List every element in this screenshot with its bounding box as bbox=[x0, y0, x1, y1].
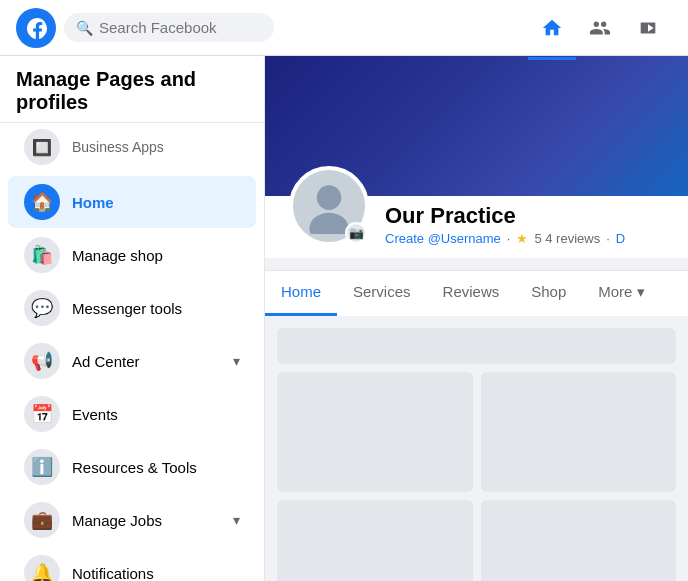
content-placeholder-2 bbox=[481, 372, 677, 492]
sidebar-menu: 🏠 Home 🛍️ Manage shop 💬 Messenger tools … bbox=[0, 171, 264, 581]
sidebar-label-messenger-tools: Messenger tools bbox=[72, 300, 240, 317]
sidebar-item-notifications[interactable]: 🔔 Notifications 1 new bbox=[8, 547, 256, 581]
sidebar-item-home[interactable]: 🏠 Home bbox=[8, 176, 256, 228]
svg-point-0 bbox=[317, 185, 342, 210]
ad-center-icon: 📢 bbox=[24, 343, 60, 379]
sidebar-item-resources-tools[interactable]: ℹ️ Resources & Tools bbox=[8, 441, 256, 493]
video-nav-icon[interactable] bbox=[624, 4, 672, 52]
svg-point-1 bbox=[309, 213, 348, 234]
page-avatar-wrap: 📷 bbox=[289, 166, 369, 246]
business-apps-icon: 🔲 bbox=[24, 129, 60, 165]
people-nav-icon[interactable] bbox=[576, 4, 624, 52]
business-apps-label: Business Apps bbox=[72, 139, 164, 155]
manage-jobs-icon: 💼 bbox=[24, 502, 60, 538]
page-meta: Our Practice Create @Username · ★ 5 4 re… bbox=[385, 203, 672, 246]
create-username-link[interactable]: Create @Username bbox=[385, 231, 501, 246]
sidebar-label-manage-jobs: Manage Jobs bbox=[72, 512, 221, 529]
tab-more[interactable]: More ▾ bbox=[582, 271, 660, 316]
content-placeholder-4 bbox=[481, 500, 677, 581]
ad-center-chevron-icon: ▾ bbox=[233, 353, 240, 369]
review-count: 5 4 reviews bbox=[534, 231, 600, 246]
star-icon: ★ bbox=[516, 231, 528, 246]
tab-home[interactable]: Home bbox=[265, 271, 337, 316]
page-info-section: 📷 Our Practice Create @Username · ★ 5 4 … bbox=[265, 196, 688, 258]
sidebar-label-notifications: Notifications bbox=[72, 565, 240, 582]
page-tabs: Home Services Reviews Shop More ▾ bbox=[265, 270, 688, 316]
nav-icons bbox=[528, 4, 672, 52]
content-placeholder-1 bbox=[277, 372, 473, 492]
home-nav-icon[interactable] bbox=[528, 4, 576, 52]
tab-shop[interactable]: Shop bbox=[515, 271, 582, 316]
manage-shop-icon: 🛍️ bbox=[24, 237, 60, 273]
sidebar-label-home: Home bbox=[72, 194, 240, 211]
separator-1: · bbox=[507, 231, 511, 246]
search-bar[interactable]: 🔍 bbox=[64, 13, 274, 42]
content-placeholder-wide-1 bbox=[277, 328, 676, 364]
messenger-icon: 💬 bbox=[24, 290, 60, 326]
resources-icon: ℹ️ bbox=[24, 449, 60, 485]
events-icon: 📅 bbox=[24, 396, 60, 432]
sidebar-item-manage-shop[interactable]: 🛍️ Manage shop bbox=[8, 229, 256, 281]
camera-icon[interactable]: 📷 bbox=[345, 222, 367, 244]
notifications-icon: 🔔 bbox=[24, 555, 60, 581]
right-content: 📷 Our Practice Create @Username · ★ 5 4 … bbox=[265, 56, 688, 581]
top-navigation: 🔍 bbox=[0, 0, 688, 56]
sidebar-item-manage-jobs[interactable]: 💼 Manage Jobs ▾ bbox=[8, 494, 256, 546]
sidebar-label-ad-center: Ad Center bbox=[72, 353, 221, 370]
sidebar-item-messenger-tools[interactable]: 💬 Messenger tools bbox=[8, 282, 256, 334]
sidebar: Manage Pages and profiles 🔲 Business App… bbox=[0, 56, 265, 581]
sidebar-item-ad-center[interactable]: 📢 Ad Center ▾ bbox=[8, 335, 256, 387]
sidebar-label-events: Events bbox=[72, 406, 240, 423]
tab-services[interactable]: Services bbox=[337, 271, 427, 316]
sidebar-item-business-apps[interactable]: 🔲 Business Apps bbox=[8, 123, 256, 171]
more-info-icon: D bbox=[616, 231, 625, 246]
tab-reviews[interactable]: Reviews bbox=[427, 271, 516, 316]
page-body bbox=[265, 316, 688, 581]
main-body: Manage Pages and profiles 🔲 Business App… bbox=[0, 56, 688, 581]
more-label: More ▾ bbox=[598, 283, 644, 301]
sidebar-label-resources-tools: Resources & Tools bbox=[72, 459, 240, 476]
separator-2: · bbox=[606, 231, 610, 246]
search-input[interactable] bbox=[99, 19, 262, 36]
facebook-logo[interactable] bbox=[16, 8, 56, 48]
page-name: Our Practice bbox=[385, 203, 672, 229]
sidebar-item-events[interactable]: 📅 Events bbox=[8, 388, 256, 440]
sidebar-header: Manage Pages and profiles bbox=[0, 56, 264, 123]
search-icon: 🔍 bbox=[76, 20, 93, 36]
page-sub-info: Create @Username · ★ 5 4 reviews · D bbox=[385, 231, 672, 246]
content-placeholder-3 bbox=[277, 500, 473, 581]
home-icon: 🏠 bbox=[24, 184, 60, 220]
manage-jobs-chevron-icon: ▾ bbox=[233, 512, 240, 528]
sidebar-label-manage-shop: Manage shop bbox=[72, 247, 240, 264]
